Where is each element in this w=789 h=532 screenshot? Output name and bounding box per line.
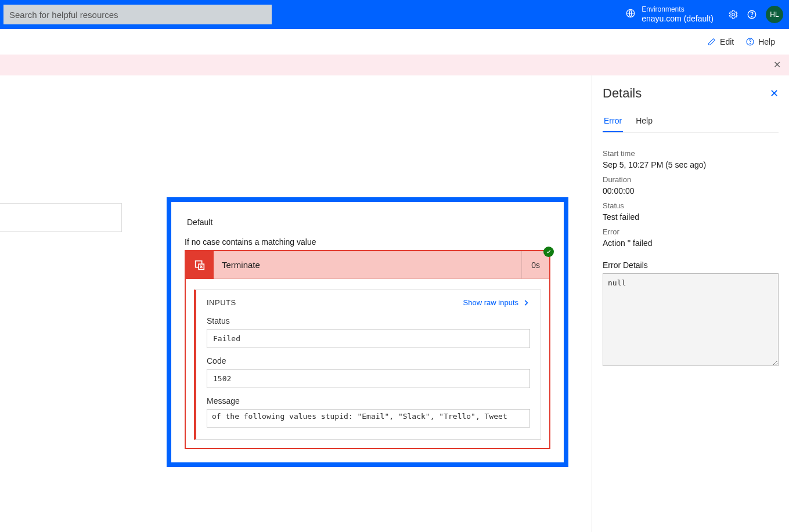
inputs-card: INPUTS Show raw inputs Status Failed Cod… bbox=[194, 289, 541, 440]
status-value: Failed bbox=[207, 329, 530, 348]
edit-label: Edit bbox=[720, 37, 734, 46]
message-value[interactable]: of the following values stupid: "Email",… bbox=[207, 409, 530, 428]
main-area: Default If no case contains a matching v… bbox=[0, 75, 789, 532]
settings-button[interactable] bbox=[724, 5, 743, 24]
show-raw-inputs-label: Show raw inputs bbox=[463, 298, 518, 307]
error-value: Action '' failed bbox=[603, 238, 779, 248]
help-button[interactable] bbox=[743, 5, 761, 24]
terminate-title: Terminate bbox=[214, 260, 521, 270]
edit-icon bbox=[707, 37, 716, 46]
default-branch-label: Default bbox=[187, 218, 550, 227]
success-badge-icon bbox=[543, 247, 554, 257]
code-value: 1502 bbox=[207, 369, 530, 388]
command-bar: Edit Help bbox=[0, 29, 789, 55]
canvas: Default If no case contains a matching v… bbox=[0, 75, 592, 532]
details-close-button[interactable]: ✕ bbox=[770, 87, 779, 100]
search-input[interactable] bbox=[3, 5, 272, 24]
error-details-label: Error Details bbox=[603, 260, 779, 270]
start-time-label: Start time bbox=[603, 149, 779, 158]
chevron-right-icon bbox=[522, 299, 530, 307]
status-detail-value: Test failed bbox=[603, 212, 779, 222]
environment-icon bbox=[625, 8, 636, 21]
edit-button[interactable]: Edit bbox=[707, 37, 734, 46]
details-panel: Details ✕ Error Help Start time Sep 5, 1… bbox=[592, 75, 789, 532]
notification-bar: ✕ bbox=[0, 55, 789, 75]
terminate-action[interactable]: Terminate 0s INPUTS Show raw inputs Stat… bbox=[185, 250, 550, 449]
inputs-title: INPUTS bbox=[207, 298, 236, 307]
error-details-textarea[interactable] bbox=[603, 273, 779, 366]
help-cmd-button[interactable]: Help bbox=[745, 37, 775, 46]
show-raw-inputs-link[interactable]: Show raw inputs bbox=[463, 298, 530, 307]
user-avatar[interactable]: HL bbox=[766, 6, 783, 23]
tab-help[interactable]: Help bbox=[635, 113, 654, 132]
environment-value: enayu.com (default) bbox=[642, 14, 714, 24]
start-time-value: Sep 5, 10:27 PM (5 sec ago) bbox=[603, 160, 779, 169]
code-label: Code bbox=[207, 356, 530, 365]
left-empty-card bbox=[0, 203, 122, 232]
error-label: Error bbox=[603, 227, 779, 236]
message-label: Message bbox=[207, 396, 530, 406]
flow-selected-card[interactable]: Default If no case contains a matching v… bbox=[167, 197, 568, 467]
terminate-icon bbox=[186, 251, 214, 279]
details-title: Details bbox=[603, 86, 642, 101]
notification-close-button[interactable]: ✕ bbox=[773, 59, 781, 70]
svg-point-1 bbox=[732, 13, 735, 16]
tab-error[interactable]: Error bbox=[603, 113, 623, 132]
environment-label: Environments bbox=[642, 5, 714, 13]
status-label: Status bbox=[207, 316, 530, 325]
duration-label: Duration bbox=[603, 175, 779, 184]
details-tabs: Error Help bbox=[603, 113, 779, 133]
case-description: If no case contains a matching value bbox=[185, 237, 550, 247]
duration-value: 00:00:00 bbox=[603, 186, 779, 196]
top-bar: Environments enayu.com (default) HL bbox=[0, 0, 789, 29]
status-detail-label: Status bbox=[603, 201, 779, 210]
svg-point-3 bbox=[751, 16, 752, 17]
help-icon bbox=[745, 37, 755, 46]
environment-picker[interactable]: Environments enayu.com (default) bbox=[625, 5, 714, 23]
help-cmd-label: Help bbox=[758, 37, 775, 46]
svg-point-5 bbox=[750, 43, 751, 44]
